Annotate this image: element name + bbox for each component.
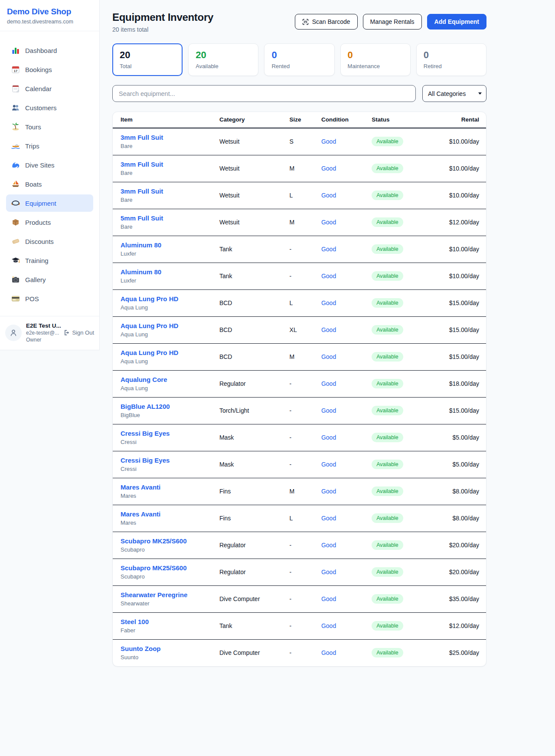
item-name-link[interactable]: BigBlue AL1200 (121, 403, 219, 410)
item-name-link[interactable]: 3mm Full Suit (121, 134, 219, 141)
status-badge: Available (372, 217, 403, 227)
cell-status: Available (372, 451, 449, 478)
sidebar-item-calendar[interactable]: Calendar (6, 80, 93, 97)
stat-value: 20 (120, 49, 175, 61)
table-row[interactable]: 3mm Full SuitBareWetsuitMGoodAvailable$1… (113, 155, 486, 182)
item-name-link[interactable]: Aluminum 80 (121, 241, 219, 249)
cell-condition-link[interactable]: Good (321, 317, 372, 344)
search-input[interactable] (112, 85, 416, 102)
cell-condition-link[interactable]: Good (321, 209, 372, 236)
sidebar-item-tours[interactable]: Tours (6, 118, 93, 135)
cell-rental: $10.00/day (449, 155, 486, 182)
cell-condition-link[interactable]: Good (321, 344, 372, 371)
table-row[interactable]: 3mm Full SuitBareWetsuitSGoodAvailable$1… (113, 128, 486, 155)
item-name-link[interactable]: Cressi Big Eyes (121, 430, 219, 437)
item-name-link[interactable]: Mares Avanti (121, 483, 219, 491)
item-name-link[interactable]: Steel 100 (121, 618, 219, 625)
cell-rental: $10.00/day (449, 182, 486, 209)
table-row[interactable]: 5mm Full SuitBareWetsuitMGoodAvailable$1… (113, 209, 486, 236)
stat-card-rented[interactable]: 0Rented (264, 43, 334, 76)
cell-condition-link[interactable]: Good (321, 424, 372, 451)
sidebar-item-boats[interactable]: Boats (6, 175, 93, 193)
cell-rental: $15.00/day (449, 398, 486, 424)
manage-rentals-button[interactable]: Manage Rentals (363, 14, 422, 30)
sidebar-item-gallery[interactable]: Gallery (6, 271, 93, 288)
sidebar-item-pos[interactable]: POS (6, 290, 93, 307)
item-name-link[interactable]: Aqua Lung Pro HD (121, 349, 219, 356)
sidebar-item-bookings[interactable]: 17Bookings (6, 61, 93, 78)
item-name-link[interactable]: 3mm Full Suit (121, 161, 219, 168)
item-name-link[interactable]: 5mm Full Suit (121, 214, 219, 222)
cell-condition-link[interactable]: Good (321, 182, 372, 209)
table-row[interactable]: Suunto ZoopSuuntoDive Computer-GoodAvail… (113, 640, 486, 667)
table-row[interactable]: BigBlue AL1200BigBlueTorch/Light-GoodAva… (113, 398, 486, 424)
item-name-link[interactable]: Suunto Zoop (121, 645, 219, 652)
sidebar-item-products[interactable]: Products (6, 214, 93, 231)
cell-condition-link[interactable]: Good (321, 451, 372, 478)
cell-item: Steel 100Faber (113, 613, 219, 640)
cell-condition-link[interactable]: Good (321, 263, 372, 290)
table-row[interactable]: Aqua Lung Pro HDAqua LungBCDMGoodAvailab… (113, 344, 486, 371)
cell-condition-link[interactable]: Good (321, 586, 372, 613)
item-name-link[interactable]: Aqua Lung Pro HD (121, 322, 219, 329)
dashboard-icon (11, 46, 20, 55)
cell-condition-link[interactable]: Good (321, 155, 372, 182)
cell-item: Cressi Big EyesCressi (113, 424, 219, 451)
table-row[interactable]: Shearwater PeregrineShearwaterDive Compu… (113, 586, 486, 613)
cell-condition-link[interactable]: Good (321, 398, 372, 424)
item-name-link[interactable]: Aqualung Core (121, 376, 219, 383)
table-row[interactable]: Scubapro MK25/S600ScubaproRegulator-Good… (113, 532, 486, 559)
sidebar-item-discounts[interactable]: Discounts (6, 233, 93, 250)
item-name-link[interactable]: Mares Avanti (121, 510, 219, 518)
cell-condition-link[interactable]: Good (321, 128, 372, 155)
sidebar-item-training[interactable]: Training (6, 252, 93, 269)
cell-category: BCD (219, 290, 290, 317)
sidebar-item-dashboard[interactable]: Dashboard (6, 42, 93, 59)
item-name-link[interactable]: Cressi Big Eyes (121, 457, 219, 464)
cell-item: Aqua Lung Pro HDAqua Lung (113, 344, 219, 371)
cell-condition-link[interactable]: Good (321, 290, 372, 317)
table-row[interactable]: Scubapro MK25/S600ScubaproRegulator-Good… (113, 559, 486, 586)
table-row[interactable]: Aqua Lung Pro HDAqua LungBCDXLGoodAvaila… (113, 317, 486, 344)
scan-barcode-button[interactable]: Scan Barcode (295, 14, 358, 30)
table-row[interactable]: Mares AvantiMaresFinsMGoodAvailable$8.00… (113, 478, 486, 505)
table-row[interactable]: Aluminum 80LuxferTank-GoodAvailable$10.0… (113, 263, 486, 290)
add-equipment-button[interactable]: Add Equipment (427, 14, 486, 30)
item-name-link[interactable]: Shearwater Peregrine (121, 591, 219, 598)
cell-condition-link[interactable]: Good (321, 532, 372, 559)
sidebar-item-trips[interactable]: Trips (6, 137, 93, 154)
cell-condition-link[interactable]: Good (321, 371, 372, 398)
category-select[interactable]: All Categories (422, 85, 486, 102)
cell-category: Tank (219, 236, 290, 263)
stat-card-available[interactable]: 20Available (188, 43, 258, 76)
table-row[interactable]: Mares AvantiMaresFinsLGoodAvailable$8.00… (113, 505, 486, 532)
sidebar-item-label: Calendar (25, 85, 52, 92)
item-name-link[interactable]: Scubapro MK25/S600 (121, 564, 219, 572)
item-name-link[interactable]: 3mm Full Suit (121, 187, 219, 195)
status-badge: Available (372, 460, 403, 469)
sidebar-item-equipment[interactable]: Equipment (6, 194, 93, 212)
stat-card-total[interactable]: 20Total (112, 43, 183, 76)
cell-condition-link[interactable]: Good (321, 613, 372, 640)
item-name-link[interactable]: Scubapro MK25/S600 (121, 537, 219, 545)
table-row[interactable]: Cressi Big EyesCressiMask-GoodAvailable$… (113, 424, 486, 451)
cell-condition-link[interactable]: Good (321, 478, 372, 505)
stat-card-maintenance[interactable]: 0Maintenance (340, 43, 411, 76)
cell-item: Aqualung CoreAqua Lung (113, 371, 219, 398)
stat-card-retired[interactable]: 0Retired (416, 43, 486, 76)
table-row[interactable]: Steel 100FaberTank-GoodAvailable$12.00/d… (113, 613, 486, 640)
sidebar-item-customers[interactable]: Customers (6, 99, 93, 116)
cell-condition-link[interactable]: Good (321, 505, 372, 532)
cell-condition-link[interactable]: Good (321, 236, 372, 263)
table-row[interactable]: Aluminum 80LuxferTank-GoodAvailable$10.0… (113, 236, 486, 263)
table-row[interactable]: Cressi Big EyesCressiMask-GoodAvailable$… (113, 451, 486, 478)
sign-out-button[interactable]: Sign Out (63, 329, 94, 336)
sidebar-item-dive-sites[interactable]: Dive Sites (6, 156, 93, 174)
cell-condition-link[interactable]: Good (321, 559, 372, 586)
table-row[interactable]: Aqua Lung Pro HDAqua LungBCDLGoodAvailab… (113, 290, 486, 317)
table-row[interactable]: 3mm Full SuitBareWetsuitLGoodAvailable$1… (113, 182, 486, 209)
item-name-link[interactable]: Aluminum 80 (121, 268, 219, 276)
item-name-link[interactable]: Aqua Lung Pro HD (121, 295, 219, 302)
cell-condition-link[interactable]: Good (321, 640, 372, 667)
table-row[interactable]: Aqualung CoreAqua LungRegulator-GoodAvai… (113, 371, 486, 398)
